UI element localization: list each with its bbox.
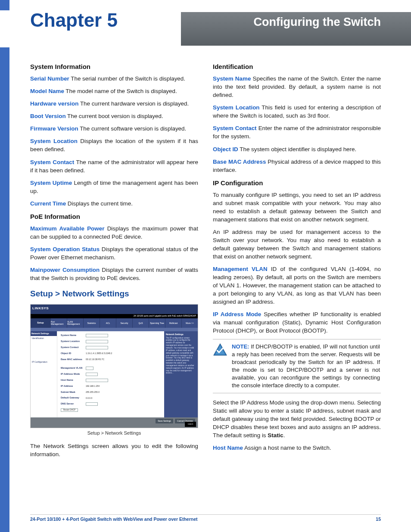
figure-tab: Multicast bbox=[165, 318, 181, 328]
desc: Displays the current time. bbox=[68, 200, 133, 207]
ident-item: System Name Specifies the name of the Sw… bbox=[213, 75, 381, 99]
figure-tab: QoS bbox=[132, 318, 149, 328]
term: Hardware version bbox=[30, 100, 78, 107]
sysinfo-item: System Contact The name of the administr… bbox=[30, 158, 198, 174]
ident-item: Object ID The system object identifier i… bbox=[213, 145, 381, 153]
poe-item: System Operation Status Displays the ope… bbox=[30, 245, 198, 261]
term: System Location bbox=[30, 138, 78, 144]
hostname-item: Host Name Assign a host name to the Swit… bbox=[213, 444, 381, 452]
figure-form-lbl: IP Address Mode bbox=[61, 373, 86, 376]
term: Model Name bbox=[30, 88, 64, 94]
figure-tab: ACL bbox=[100, 318, 116, 328]
desc: Assign a host name to the Switch. bbox=[244, 445, 331, 451]
sysinfo-item: System Uptime Length of time the managem… bbox=[30, 179, 198, 195]
figure-form-input bbox=[86, 340, 108, 343]
poe-item: Maximum Available Power Displays the max… bbox=[30, 224, 198, 241]
note-label: NOTE: bbox=[232, 343, 249, 350]
term: Management VLAN bbox=[213, 266, 268, 272]
desc: The model name of the Switch is displaye… bbox=[65, 88, 177, 94]
term: IP Address Mode bbox=[213, 311, 261, 317]
figure-tab: More >> bbox=[181, 318, 198, 328]
desc: The serial number of the Switch is displ… bbox=[71, 75, 185, 82]
figure-leftnav: Network Settings Identification IP Confi… bbox=[31, 331, 57, 417]
term: System Operation Status bbox=[30, 246, 100, 252]
figure-save-button: Save Settings bbox=[156, 419, 173, 423]
figure-tab: Statistics bbox=[83, 318, 100, 328]
figure-form-input bbox=[86, 346, 108, 349]
figure-form-lbl: Subnet Mask bbox=[61, 391, 86, 394]
figure-form-lbl: IP Address bbox=[61, 385, 86, 388]
figure-tab: Spanning Tree bbox=[149, 318, 165, 328]
desc: The current boot version is displayed. bbox=[67, 113, 163, 119]
ipcfg-item: IP Address Mode Specifies whether IP fun… bbox=[213, 310, 381, 335]
figure-caption: Setup > Network Settings bbox=[30, 430, 198, 437]
figure-help-panel: Network Settings The IP configuration sc… bbox=[164, 331, 198, 417]
ipcfg-heading: IP Configuration bbox=[213, 178, 381, 187]
sysinfo-item: Serial Number The serial number of the S… bbox=[30, 75, 198, 83]
figure-leftnav-item: Identification bbox=[31, 336, 57, 341]
figure-form-lbl: System Location bbox=[61, 340, 86, 343]
term: Base MAC Address bbox=[213, 159, 266, 165]
header-title: Configuring the Switch bbox=[254, 16, 381, 29]
desc: The system object identifier is displaye… bbox=[240, 146, 356, 152]
figure-form: System Name System Location System Conta… bbox=[57, 331, 164, 417]
sysinfo-item: Firmware Version The current software ve… bbox=[30, 124, 198, 133]
figure-form-val: 1.3.6.1.4.1.3955.6.5.2248.2 bbox=[86, 352, 112, 355]
figure-form-lbl: Default Gateway bbox=[61, 396, 86, 400]
ipcfg-p3: Select the IP Address Mode using the dro… bbox=[213, 398, 381, 439]
figure-form-val: 255.255.255.0 bbox=[86, 391, 100, 394]
footer-page-number: 15 bbox=[376, 516, 381, 522]
page-footer: 24-Port 10/100 + 4-Port Gigabit Switch w… bbox=[30, 514, 381, 522]
p3b: Static bbox=[268, 432, 283, 439]
poe-heading: PoE Information bbox=[30, 212, 198, 221]
figure-brand: LINKSYS bbox=[32, 306, 49, 311]
poe-item: Mainpower Consumption Displays the curre… bbox=[30, 266, 198, 282]
sysinfo-item: System Location Displays the location of… bbox=[30, 137, 198, 153]
note-text: NOTE: If DHCP/BOOTP is enabled, IP will … bbox=[232, 343, 380, 389]
ident-heading: Identification bbox=[213, 62, 381, 71]
ipcfg-item: Management VLAN ID of the configured VLA… bbox=[213, 265, 381, 306]
figure-tabs: Setup Port Management VLAN Management St… bbox=[31, 318, 198, 328]
figure-restart-button: Restart DHCP bbox=[61, 408, 78, 412]
figure-form-val: 192.168.1.254 bbox=[86, 385, 100, 388]
figure-form-select bbox=[86, 373, 98, 376]
checkmark-icon bbox=[213, 343, 227, 358]
network-settings-heading: Setup > Network Settings bbox=[30, 288, 198, 300]
note-body: If DHCP/BOOTP is enabled, IP will not fu… bbox=[232, 343, 380, 389]
content-columns: System Information Serial Number The ser… bbox=[30, 60, 381, 463]
desc: The current hardware version is displaye… bbox=[80, 100, 189, 107]
figure-help-title: Network Settings bbox=[166, 333, 196, 336]
page: Chapter 5 Configuring the Switch System … bbox=[0, 0, 411, 532]
footer-product: 24-Port 10/100 + 4-Port Gigabit Switch w… bbox=[30, 516, 198, 522]
term: Boot Version bbox=[30, 113, 66, 119]
term: Object ID bbox=[213, 146, 238, 152]
left-column: System Information Serial Number The ser… bbox=[30, 60, 198, 463]
cisco-logo: CISCO bbox=[185, 422, 196, 427]
figure-form-lbl: Object ID bbox=[61, 352, 86, 355]
figure-strip: 24 10/100 ports and 4 gigabit ports with… bbox=[31, 314, 198, 318]
figure-form-lbl: Base MAC address bbox=[61, 358, 86, 361]
network-intro: The Network Settings screen allows you t… bbox=[30, 442, 198, 458]
figure-subtabs bbox=[31, 328, 198, 331]
chapter-title: Chapter 5 bbox=[30, 9, 118, 31]
term: Current Time bbox=[30, 200, 66, 207]
figure-tab: Security bbox=[116, 318, 132, 328]
term: System Name bbox=[213, 75, 251, 82]
figure-form-lbl: DNS Server bbox=[61, 402, 86, 406]
ident-item: System Contact Enter the name of the adm… bbox=[213, 124, 381, 140]
figure-footer: Save Settings Cancel Changes CISCO bbox=[31, 417, 198, 428]
network-settings-screenshot: LINKSYS 24 10/100 ports and 4 gigabit po… bbox=[30, 304, 198, 428]
figure-form-lbl: Host Name bbox=[61, 379, 86, 382]
sysinfo-heading: System Information bbox=[30, 62, 198, 71]
term: Firmware Version bbox=[30, 125, 78, 132]
figure-form-input bbox=[86, 379, 108, 382]
figure-form-lbl: System Name bbox=[61, 334, 86, 337]
figure-form-lbl: System Contact bbox=[61, 346, 86, 349]
ident-item: Base MAC Address Physical address of a d… bbox=[213, 158, 381, 174]
page-header: Chapter 5 Configuring the Switch bbox=[30, 12, 381, 46]
figure-form-lbl: Management VLAN bbox=[61, 367, 86, 370]
sysinfo-item: Boot Version The current boot version is… bbox=[30, 112, 198, 120]
sysinfo-item: Current Time Displays the current time. bbox=[30, 199, 198, 208]
desc: The current software version is displaye… bbox=[80, 125, 186, 132]
right-column: Identification System Name Specifies the… bbox=[213, 60, 381, 463]
